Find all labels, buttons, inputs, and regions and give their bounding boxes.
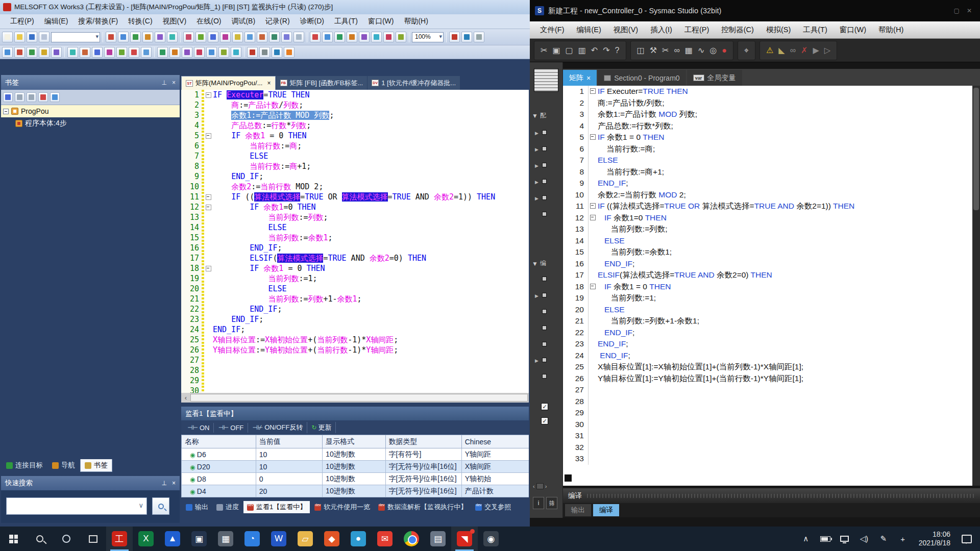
watch-cell[interactable]: 10	[256, 448, 322, 461]
taskbar-clock[interactable]: 18:06 2021/8/18	[914, 530, 955, 547]
toolbar-icon[interactable]	[14, 32, 25, 42]
menu-item[interactable]: 文件(F)	[534, 23, 571, 37]
toolbar-icon[interactable]	[14, 47, 25, 58]
toolbar-icon[interactable]	[39, 47, 50, 58]
toolbar-icon[interactable]: ∿	[698, 46, 704, 55]
collapse-icon[interactable]	[3, 109, 9, 114]
bottom-tab[interactable]: 进度	[213, 501, 242, 513]
toolbar-icon[interactable]	[371, 32, 382, 42]
toolbar-icon[interactable]	[195, 32, 206, 42]
sidebar-section-config[interactable]: ▼ 配	[532, 111, 546, 120]
start-button[interactable]	[0, 527, 27, 551]
chevron-right-icon[interactable]: ▶	[535, 358, 538, 363]
build-panel-header[interactable]: 编译	[563, 488, 980, 503]
toolbar-icon[interactable]: ∞	[790, 46, 796, 55]
watch-cell[interactable]: 10	[256, 461, 322, 473]
pen-icon[interactable]: ✎	[875, 527, 892, 551]
zoom-select[interactable]: 100%	[412, 32, 444, 42]
taskbar-app[interactable]: ▦	[212, 527, 239, 551]
taskbar-app[interactable]: ▤	[425, 527, 451, 551]
document-tab[interactable]: ST矩阵(MAIN/ProgPou/...×	[181, 76, 276, 90]
menu-item[interactable]: 工程(P)	[678, 23, 715, 37]
toolbar-icon[interactable]	[208, 32, 218, 42]
toolbar-icon[interactable]: ↶	[591, 46, 598, 55]
document-tab[interactable]: DV1 [软元件/缓冲存储器批...	[368, 76, 460, 90]
toolbar-icon[interactable]	[67, 47, 78, 58]
sysmac-st-editor[interactable]: 1IF Executer=TRUE THEN2商:=产品计数/列数;3余数1:=…	[563, 86, 972, 486]
toolbar-icon[interactable]	[15, 92, 24, 102]
toolbar-icon[interactable]: ?	[615, 46, 620, 55]
fold-icon[interactable]	[204, 90, 213, 100]
taskbar-app[interactable]: ▱	[292, 527, 318, 551]
close-icon[interactable]: ×	[267, 80, 271, 87]
toolbar-icon[interactable]	[27, 92, 36, 102]
bottom-tab[interactable]: 监看1【监看中】	[243, 501, 310, 513]
toolbar-icon[interactable]	[142, 32, 153, 42]
toolbar-icon[interactable]: ▣	[552, 46, 560, 55]
chevron-right-icon[interactable]: ▶	[535, 147, 538, 152]
watch-tool-OFF[interactable]: ⊣⊢OFF	[214, 423, 248, 433]
menu-item[interactable]: 调试(B)	[226, 15, 260, 28]
menu-item[interactable]: 搜索/替换(F)	[73, 15, 123, 28]
close-icon[interactable]: ✕	[967, 7, 972, 14]
pin-icon[interactable]: ⊥	[162, 480, 167, 487]
toolbar-icon[interactable]	[218, 47, 229, 58]
menu-item[interactable]: 转换(C)	[123, 15, 157, 28]
sysmac-vertical-scrollbar[interactable]	[972, 86, 980, 486]
checkbox-checked[interactable]: ✓	[541, 403, 548, 410]
menu-item[interactable]: 视图(V)	[158, 15, 192, 28]
watch-cell[interactable]: X轴间距	[461, 461, 529, 473]
watch-cell[interactable]: 10进制数	[323, 473, 385, 485]
menu-item[interactable]: 窗口(W)	[834, 23, 872, 37]
fold-icon[interactable]	[204, 192, 213, 202]
toolbar-icon[interactable]	[80, 47, 90, 58]
toolbar-icon[interactable]: ●	[722, 46, 727, 55]
watch-cell[interactable]: 10进制数	[323, 485, 385, 497]
toolbar-icon[interactable]	[118, 32, 129, 42]
menu-item[interactable]: 记录(R)	[260, 15, 295, 28]
toolbar-icon[interactable]	[231, 47, 241, 58]
column-header[interactable]: 数据类型	[385, 435, 461, 448]
toolbar-icon[interactable]	[2, 47, 13, 58]
toolbar-icon[interactable]	[334, 32, 345, 42]
menu-item[interactable]: 诊断(D)	[295, 15, 329, 28]
document-tab[interactable]: var全局变量	[687, 70, 742, 86]
watch-cell[interactable]: Y轴初始	[461, 473, 529, 485]
toolbar-icon[interactable]	[27, 32, 37, 42]
gx-horizontal-scrollbar[interactable]: ‹	[181, 393, 529, 403]
toolbar-icon[interactable]	[2, 32, 13, 42]
watch-cell[interactable]: 字[无符号]/位串[16位]	[385, 461, 461, 473]
search-button[interactable]	[152, 497, 169, 515]
toolbar-icon[interactable]: ◣	[778, 46, 785, 55]
toolbar-icon[interactable]	[39, 32, 50, 42]
menu-item[interactable]: 编辑(E)	[571, 23, 607, 37]
toolbar-icon[interactable]: ↷	[603, 46, 609, 55]
toolbar-icon[interactable]	[244, 32, 255, 42]
menu-item[interactable]: 插入(I)	[644, 23, 678, 37]
sidebar-pager[interactable]: ‹›	[533, 482, 559, 490]
toolbar-icon[interactable]	[116, 47, 127, 58]
watch-cell[interactable]: 产品计数	[461, 485, 529, 497]
tree-item-progpou[interactable]: ProgPou	[1, 105, 180, 117]
watch-cell[interactable]: D6	[182, 448, 256, 461]
watch-cell[interactable]: D8	[182, 473, 256, 485]
toolbar-icon[interactable]	[322, 32, 333, 42]
watch-cell[interactable]: 20	[256, 485, 322, 497]
scrollbar-thumb[interactable]	[973, 88, 979, 210]
toolbar-icon[interactable]	[130, 32, 141, 42]
watch-cell[interactable]: Y轴间距	[461, 448, 529, 461]
menu-item[interactable]: 工程(P)	[5, 15, 39, 28]
toolbar-icon[interactable]: ▢	[566, 46, 573, 55]
watch-row[interactable]: D42010进制数字[无符号]/位串[16位]产品计数	[182, 485, 529, 497]
watch-cell[interactable]: 字[无符号]/位串[16位]	[385, 485, 461, 497]
toolbar-icon[interactable]	[155, 32, 165, 42]
toolbar-icon[interactable]	[359, 32, 370, 42]
taskbar-app[interactable]: W	[265, 527, 292, 551]
restore-icon[interactable]: ▢	[954, 7, 960, 14]
watch-cell[interactable]: 10进制数	[323, 448, 385, 461]
taskbar-app[interactable]: ▲	[159, 527, 186, 551]
toolbar-icon[interactable]: ▶	[813, 46, 819, 55]
toolbar-icon[interactable]: ✂	[662, 46, 669, 55]
tray-expand-button[interactable]: ∧	[797, 527, 815, 551]
watch-row[interactable]: D61010进制数字[有符号]Y轴间距	[182, 448, 529, 461]
